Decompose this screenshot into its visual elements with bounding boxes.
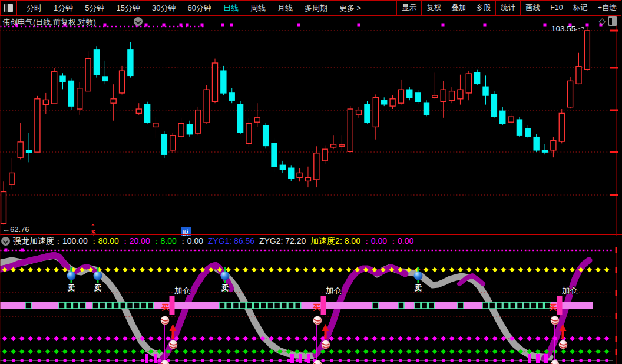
add-position-marker: 加仓买	[549, 286, 578, 315]
price-gridlines	[0, 31, 616, 195]
candlestick-series	[1, 27, 590, 224]
buy-marker	[313, 316, 330, 364]
chevron-down-icon-indicator[interactable]	[1, 237, 10, 246]
buy-marker	[551, 316, 568, 364]
svg-text:卖: 卖	[221, 283, 229, 292]
menu-item-4[interactable]: 30分钟	[146, 3, 181, 14]
price-annotations: 103.55←62.76$ˆ财	[0, 24, 622, 237]
add-position-marker: 加仓买	[313, 286, 342, 315]
indicator-value-7: 加速度2: 8.00	[310, 236, 363, 246]
toolbar-button-8[interactable]: +自选	[593, 1, 621, 15]
diamond-icon[interactable]: ◇	[598, 16, 606, 27]
menu-item-1[interactable]: 1分钟	[48, 3, 79, 14]
menu-item-7[interactable]: 周线	[244, 3, 272, 14]
svg-text:买: 买	[161, 303, 169, 312]
toolbar-button-6[interactable]: F10	[545, 1, 568, 15]
svg-text:卖: 卖	[94, 283, 102, 292]
sell-marker: 卖	[67, 267, 76, 292]
title-row: 伟创电气(日线,前复权,对数) ◇	[0, 16, 622, 28]
menu-item-10[interactable]: 更多 >	[333, 3, 367, 14]
toolbar-button-4[interactable]: 统计	[495, 1, 520, 15]
chart-title: 伟创电气(日线,前复权,对数)	[2, 17, 96, 28]
menu-item-3[interactable]: 15分钟	[110, 3, 145, 14]
toolbar-button-7[interactable]: 标记	[568, 1, 593, 15]
indicator-value-4: ：0.00	[179, 236, 208, 246]
right-axis	[0, 15, 618, 364]
indicator-value-0: 强龙加速度：100.00	[13, 236, 90, 246]
svg-text:加仓: 加仓	[562, 286, 578, 295]
menu-item-2[interactable]: 5分钟	[79, 3, 110, 14]
indicator-value-9: ：0.00	[389, 236, 413, 246]
indicator-value-2: ：20.00	[121, 236, 153, 246]
chevron-down-icon[interactable]	[134, 17, 143, 26]
indicator-value-1: ：80.00	[90, 236, 121, 246]
buy-marker	[161, 316, 178, 364]
add-position-marker: 加仓买	[161, 286, 191, 315]
svg-text:买: 买	[313, 303, 320, 312]
panel-dot-rows	[0, 249, 613, 362]
low-price-label: ←62.76	[2, 225, 29, 234]
cai-event-marker	[181, 227, 191, 236]
svg-text:加仓: 加仓	[174, 286, 191, 295]
indicator-header: 强龙加速度：100.00 ：80.00 ：20.00 ：8.00 ：0.00 Z…	[0, 236, 622, 247]
sell-marker: 卖	[414, 267, 423, 292]
layout-split-icon[interactable]	[4, 4, 13, 12]
toolbar-button-3[interactable]: 多股	[471, 1, 495, 15]
toolbar-button-2[interactable]: 叠加	[446, 1, 471, 15]
svg-text:买: 买	[549, 303, 557, 312]
toolbar-button-5[interactable]: 画线	[520, 1, 545, 15]
indicator-value-5: ZYG1: 86.56	[208, 236, 259, 246]
sell-marker: 卖	[94, 267, 102, 292]
svg-text:加仓: 加仓	[326, 286, 342, 295]
svg-text:ˆ: ˆ	[92, 224, 95, 232]
toolbar-button-0[interactable]: 显示	[396, 1, 421, 15]
menu-item-5[interactable]: 60分钟	[181, 3, 217, 14]
toolbar-actions: 显示复权叠加多股统计画线F10标记+自选	[396, 1, 621, 15]
indicator-values: 强龙加速度：100.00 ：80.00 ：20.00 ：8.00 ：0.00 Z…	[13, 236, 413, 247]
svg-text:卖: 卖	[68, 283, 75, 292]
svg-text:卖: 卖	[415, 283, 422, 292]
bottom-signal-bars	[145, 354, 548, 363]
indicator-ribbons	[0, 255, 589, 362]
chart-canvas: 103.55←62.76$ˆ财卖卖卖卖加仓买加仓买加仓买	[0, 0, 622, 364]
toolbar-divider	[16, 1, 17, 15]
period-menu: 分时1分钟5分钟15分钟30分钟60分钟日线周线月线多周期更多 >	[21, 3, 367, 14]
stock-chart-window: 103.55←62.76$ˆ财卖卖卖卖加仓买加仓买加仓买 分时1分钟5分钟15分…	[0, 0, 622, 364]
indicator-value-3: ：8.00	[153, 236, 179, 246]
indicator-value-8: ：0.00	[363, 236, 389, 246]
menu-item-9[interactable]: 多周期	[299, 3, 333, 14]
position-band	[0, 302, 593, 309]
menu-item-8[interactable]: 月线	[272, 3, 299, 14]
sell-marker: 卖	[221, 267, 230, 292]
toolbar: 分时1分钟5分钟15分钟30分钟60分钟日线周线月线多周期更多 > 显示复权叠加…	[0, 0, 621, 16]
indicator-value-6: ZYG2: 72.20	[259, 236, 310, 246]
layout-split-icon-2[interactable]	[608, 16, 617, 26]
menu-item-6[interactable]: 日线	[217, 3, 244, 14]
toolbar-button-1[interactable]: 复权	[421, 1, 446, 15]
menu-item-0[interactable]: 分时	[21, 3, 48, 14]
